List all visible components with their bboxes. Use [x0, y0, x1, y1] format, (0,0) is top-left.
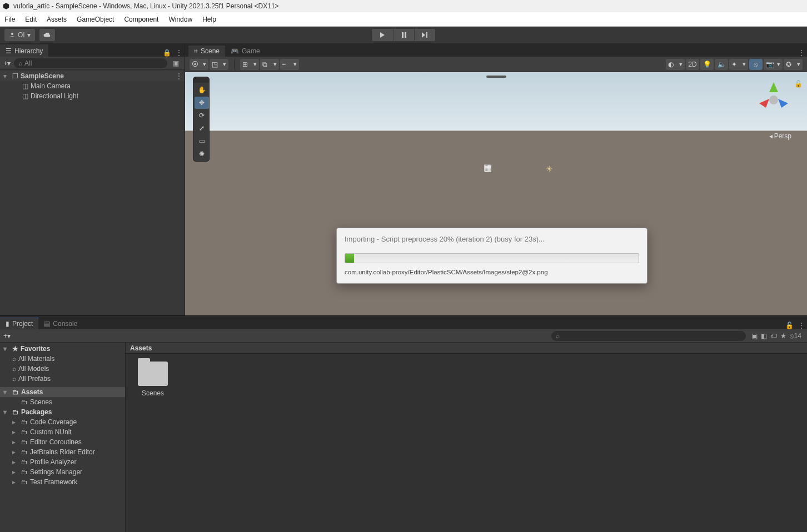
package-row[interactable]: ▸🗀Editor Coroutines	[0, 437, 125, 447]
favorite-item[interactable]: ⌕All Models	[0, 364, 125, 374]
search-icon: ⌕	[12, 355, 16, 363]
scene-tab[interactable]: ⌗Scene	[188, 46, 225, 57]
move-tool[interactable]: ✥	[195, 97, 209, 109]
assets-header[interactable]: ▾🗀Assets	[0, 387, 125, 397]
menu-file[interactable]: File	[4, 16, 15, 23]
snap-settings-dropdown[interactable]: ⧉▾	[260, 59, 279, 70]
folder-row[interactable]: 🗀Scenes	[0, 397, 125, 407]
scene-tools: ✋ ✥ ⟳ ⤢ ▭ ✺	[193, 77, 210, 162]
hierarchy-search[interactable]: ⌕ All	[14, 58, 167, 68]
add-button[interactable]: +▾	[3, 332, 11, 340]
rotate-tool[interactable]: ⟳	[195, 109, 209, 122]
orientation-gizmo[interactable]: x z	[751, 78, 796, 122]
svg-marker-9	[778, 99, 788, 108]
scale-icon: ⤢	[199, 124, 205, 132]
package-row[interactable]: ▸🗀Test Framework	[0, 477, 125, 487]
package-row[interactable]: ▸🗀Profile Analyzer	[0, 457, 125, 467]
add-button[interactable]: +▾	[3, 59, 11, 67]
gizmos-dropdown[interactable]: ✪▾	[784, 59, 803, 70]
hierarchy-tab[interactable]: ☰ Hierarchy	[0, 44, 48, 57]
search-by-label-button[interactable]: ◧	[761, 332, 767, 340]
save-search-button[interactable]: 🏷	[770, 332, 777, 340]
pivot-mode-dropdown[interactable]: ⦿▾	[190, 59, 208, 70]
favorite-item[interactable]: ⌕All Materials	[0, 354, 125, 364]
drag-handle[interactable]	[486, 76, 506, 78]
package-row[interactable]: ▸🗀Settings Manager	[0, 467, 125, 477]
camera-dropdown[interactable]: 📷▾	[764, 59, 783, 70]
package-row[interactable]: ▸🗀Code Coverage	[0, 417, 125, 427]
menu-assets[interactable]: Assets	[47, 16, 67, 23]
menu-help[interactable]: Help	[202, 16, 216, 23]
audio-toggle[interactable]: 🔈	[715, 59, 728, 70]
scene-name: SampleScene	[21, 72, 64, 80]
gamepad-icon: 🎮	[231, 47, 239, 55]
kebab-icon[interactable]: ⋮	[796, 322, 807, 329]
lock-icon[interactable]: 🔒	[161, 49, 173, 57]
favorite-item[interactable]: ⌕All Prefabs	[0, 374, 125, 384]
fx-icon: ✦	[731, 61, 737, 68]
step-button[interactable]	[414, 29, 435, 41]
fx-dropdown[interactable]: ✦▾	[729, 59, 748, 70]
hidden-toggle[interactable]: ⦸14	[790, 332, 801, 340]
handle-rotation-dropdown[interactable]: ◳▾	[210, 59, 228, 70]
account-dropdown[interactable]: OI ▾	[4, 29, 35, 41]
gameobject-row[interactable]: ◫ Directional Light	[0, 91, 185, 101]
search-filter-button[interactable]: ▣	[171, 59, 181, 67]
pivot-icon: ⦿	[192, 61, 198, 68]
console-tab[interactable]: ▤Console	[38, 318, 83, 329]
gameobject-row[interactable]: ◫ Main Camera	[0, 81, 185, 91]
search-by-type-button[interactable]: ▣	[751, 332, 758, 340]
scale-tool[interactable]: ⤢	[195, 122, 209, 134]
scene-icon: ❐	[12, 72, 18, 80]
lightbulb-icon: 💡	[703, 61, 711, 68]
scene-root-row[interactable]: ▾ ❐ SampleScene ⋮	[0, 71, 185, 81]
rect-tool[interactable]: ▭	[195, 135, 209, 147]
scene-visibility-toggle[interactable]: ⦸	[749, 59, 763, 70]
grid-snap-dropdown[interactable]: ⊞▾	[240, 59, 259, 70]
asset-folder[interactable]: Scenes	[133, 362, 172, 397]
folder-icon: 🗀	[21, 418, 28, 426]
asset-label: Scenes	[142, 389, 164, 397]
project-tab[interactable]: ▮Project	[0, 318, 38, 329]
pause-button[interactable]	[393, 29, 414, 41]
menu-edit[interactable]: Edit	[25, 16, 37, 23]
progress-message: Importing - Script preprocess 20% (itera…	[345, 235, 639, 243]
svg-marker-7	[769, 82, 778, 92]
project-search[interactable]: ⌕	[551, 331, 746, 341]
favorites-header[interactable]: ▾★Favorites	[0, 344, 125, 354]
package-row[interactable]: ▸🗀Custom NUnit	[0, 427, 125, 437]
projection-label[interactable]: ◂Persp	[769, 132, 791, 140]
cloud-button[interactable]	[39, 29, 55, 41]
menu-component[interactable]: Component	[124, 16, 158, 23]
kebab-icon[interactable]: ⋮	[173, 49, 185, 57]
foldout-icon[interactable]: ▾	[3, 72, 10, 80]
camera-gizmo-icon[interactable]: ▦	[484, 162, 492, 173]
svg-point-1	[11, 33, 13, 35]
light-gizmo-icon[interactable]: ☀	[546, 164, 553, 173]
asset-grid[interactable]: Scenes	[126, 354, 807, 532]
menu-bar: File Edit Assets GameObject Component Wi…	[0, 12, 807, 27]
hand-tool[interactable]: ✋	[195, 84, 209, 96]
transform-tool[interactable]: ✺	[195, 148, 209, 160]
play-button[interactable]	[372, 29, 393, 41]
rotate-icon: ⟳	[199, 112, 205, 119]
package-row[interactable]: ▸🗀JetBrains Rider Editor	[0, 447, 125, 457]
favorite-button[interactable]: ★	[780, 332, 786, 340]
menu-window[interactable]: Window	[168, 16, 192, 23]
kebab-icon[interactable]: ⋮	[796, 49, 807, 57]
lock-icon[interactable]: 🔓	[783, 322, 796, 329]
game-tab[interactable]: 🎮Game	[225, 46, 266, 57]
lock-icon[interactable]: 🔓	[794, 80, 803, 88]
packages-header[interactable]: ▾🗀Packages	[0, 407, 125, 417]
increment-snap-dropdown[interactable]: ┉▾	[280, 59, 299, 70]
progress-bar	[345, 253, 639, 263]
lighting-toggle[interactable]: 💡	[700, 59, 714, 70]
menu-gameobject[interactable]: GameObject	[77, 16, 114, 23]
breadcrumb[interactable]: Assets	[126, 343, 807, 354]
kebab-icon[interactable]: ⋮	[173, 72, 185, 80]
2d-toggle[interactable]: 2D	[686, 59, 699, 70]
draw-mode-dropdown[interactable]: ◐▾	[666, 59, 685, 70]
console-tab-label: Console	[53, 320, 77, 328]
folder-icon: 🗀	[12, 388, 19, 396]
svg-marker-2	[380, 32, 385, 38]
